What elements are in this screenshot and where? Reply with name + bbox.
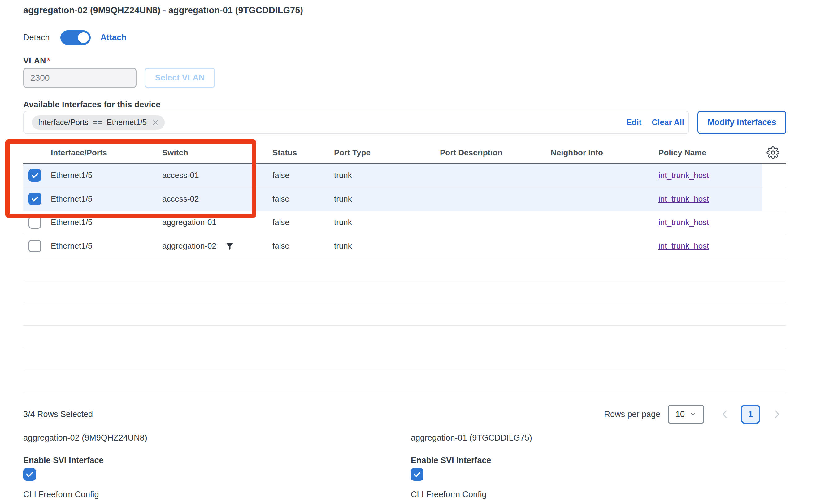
gear-icon[interactable]	[766, 146, 779, 159]
attach-toggle-row: Detach Attach	[23, 30, 786, 45]
interfaces-table: Interface/Ports Switch Status Port Type …	[23, 142, 786, 393]
device-panel-aggregation-01: aggregation-01 (9TGCDDILG75) Enable SVI …	[411, 432, 532, 499]
filter-row: Interface/Ports == Ethernet1/5 Edit Clea…	[23, 111, 786, 134]
column-header-port-description: Port Description	[440, 148, 551, 158]
row-checkbox[interactable]	[28, 169, 41, 182]
empty-table-row	[23, 258, 786, 280]
chevron-left-icon[interactable]	[720, 409, 730, 419]
device-panel-title: aggregation-01 (9TGCDDILG75)	[411, 432, 532, 443]
cell-switch: aggregation-02	[162, 241, 216, 251]
row-checkbox[interactable]	[28, 240, 41, 252]
cell-interface: Ethernet1/5	[51, 218, 162, 227]
table-row[interactable]: Ethernet1/5 access-01 false trunk int_tr…	[23, 164, 786, 187]
filter-bar[interactable]: Interface/Ports == Ethernet1/5 Edit Clea…	[23, 111, 689, 134]
table-row[interactable]: Ethernet1/5 aggregation-02 false trunk i…	[23, 234, 786, 258]
chevron-right-icon[interactable]	[772, 409, 781, 419]
policy-name-link[interactable]: int_trunk_host	[658, 241, 709, 250]
column-header-interface: Interface/Ports	[51, 148, 162, 158]
funnel-icon	[225, 241, 234, 251]
edit-filter-link[interactable]: Edit	[626, 118, 641, 127]
table-row[interactable]: Ethernet1/5 access-02 false trunk int_tr…	[23, 187, 786, 211]
pagination: Rows per page 10 1	[604, 405, 781, 424]
device-panel-aggregation-02: aggregation-02 (9M9QHZ24UN8) Enable SVI …	[23, 432, 411, 499]
cli-freeform-label: CLI Freeform Config	[23, 490, 411, 499]
modify-interfaces-button[interactable]: Modify interfaces	[697, 111, 786, 134]
policy-name-link[interactable]: int_trunk_host	[658, 171, 709, 180]
cell-interface: Ethernet1/5	[51, 171, 162, 180]
cell-status: false	[272, 218, 334, 227]
enable-svi-label: Enable SVI Interface	[23, 456, 411, 465]
enable-svi-checkbox[interactable]	[411, 468, 423, 481]
filter-chip-value: Ethernet1/5	[107, 118, 147, 127]
vlan-label-text: VLAN	[23, 56, 46, 65]
device-panels: aggregation-02 (9M9QHZ24UN8) Enable SVI …	[23, 432, 786, 499]
cell-switch: access-01	[162, 171, 199, 180]
empty-table-row	[23, 303, 786, 326]
filter-chip-operator: ==	[93, 118, 102, 127]
policy-name-link[interactable]: int_trunk_host	[658, 194, 709, 203]
available-interfaces-heading: Available Interfaces for this device	[23, 100, 786, 110]
rows-per-page-value: 10	[675, 410, 685, 419]
filter-actions: Edit Clear All	[626, 118, 684, 127]
remove-filter-icon[interactable]	[151, 118, 160, 127]
page-title: aggregation-02 (9M9QHZ24UN8) - aggregati…	[23, 5, 786, 15]
filter-chip-field: Interface/Ports	[38, 118, 89, 127]
cell-interface: Ethernet1/5	[51, 241, 162, 251]
cell-status: false	[272, 241, 334, 251]
toggle-knob-icon	[78, 32, 89, 43]
attach-link[interactable]: Attach	[101, 33, 127, 42]
enable-svi-checkbox[interactable]	[23, 468, 36, 481]
cell-port-type: trunk	[334, 218, 440, 227]
table-row[interactable]: Ethernet1/5 aggregation-01 false trunk i…	[23, 211, 786, 234]
chevron-down-icon	[690, 411, 697, 418]
cli-freeform-label: CLI Freeform Config	[411, 490, 532, 499]
cell-switch: aggregation-01	[162, 218, 216, 227]
cell-switch: access-02	[162, 194, 199, 204]
attach-toggle[interactable]	[60, 30, 91, 45]
rows-per-page-label: Rows per page	[604, 410, 660, 419]
cell-status: false	[272, 171, 334, 180]
vlan-row: Select VLAN	[23, 68, 786, 88]
enable-svi-label: Enable SVI Interface	[411, 456, 532, 465]
cell-port-type: trunk	[334, 194, 440, 204]
column-header-neighbor-info: Neighbor Info	[551, 148, 658, 158]
page-number-button[interactable]: 1	[741, 405, 760, 424]
cell-interface: Ethernet1/5	[51, 194, 162, 204]
row-checkbox[interactable]	[28, 216, 41, 229]
clear-all-filters-link[interactable]: Clear All	[652, 118, 684, 127]
required-asterisk: *	[47, 56, 50, 65]
empty-table-row	[23, 371, 786, 393]
vlan-label: VLAN*	[23, 56, 786, 65]
policy-name-link[interactable]: int_trunk_host	[658, 218, 709, 227]
device-panel-title: aggregation-02 (9M9QHZ24UN8)	[23, 432, 411, 443]
selection-summary: 3/4 Rows Selected	[23, 410, 93, 419]
cell-status: false	[272, 194, 334, 204]
cell-port-type: trunk	[334, 241, 440, 251]
filter-chip[interactable]: Interface/Ports == Ethernet1/5	[32, 115, 165, 130]
row-checkbox[interactable]	[28, 193, 41, 205]
column-header-status: Status	[272, 148, 334, 158]
column-header-port-type: Port Type	[334, 148, 440, 158]
empty-table-row	[23, 348, 786, 371]
select-vlan-button[interactable]: Select VLAN	[145, 68, 215, 88]
table-footer: 3/4 Rows Selected Rows per page 10 1	[23, 405, 786, 424]
rows-per-page-select[interactable]: 10	[668, 405, 704, 424]
vlan-attach-form: aggregation-02 (9M9QHZ24UN8) - aggregati…	[23, 0, 786, 499]
vlan-input[interactable]	[23, 68, 137, 88]
empty-table-row	[23, 326, 786, 348]
cell-port-type: trunk	[334, 171, 440, 180]
detach-label: Detach	[23, 33, 50, 42]
column-header-switch: Switch	[162, 148, 272, 158]
empty-table-row	[23, 280, 786, 303]
table-header-row: Interface/Ports Switch Status Port Type …	[23, 142, 786, 164]
